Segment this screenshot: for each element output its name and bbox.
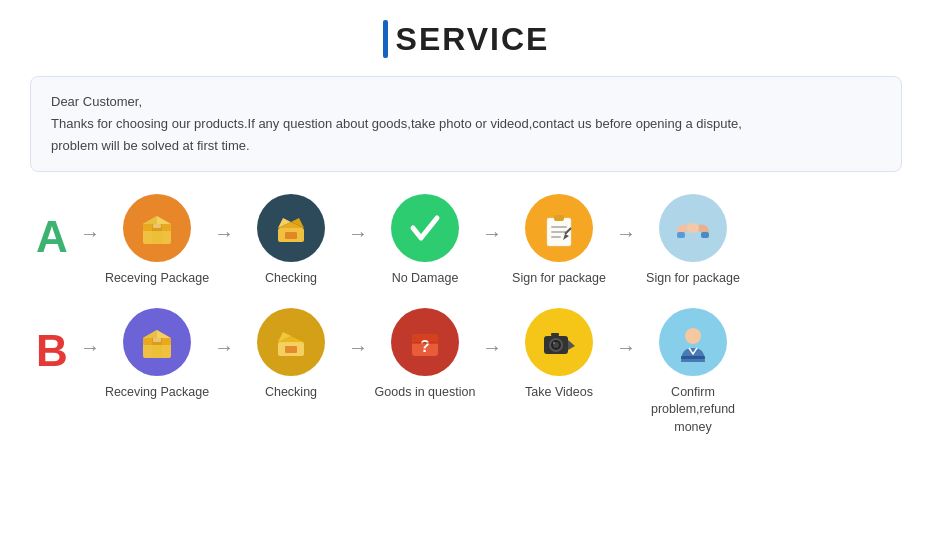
- svg-rect-14: [551, 226, 567, 228]
- notice-line1: Dear Customer,: [51, 91, 881, 113]
- svg-rect-44: [551, 333, 559, 336]
- step-b-2-label: Checking: [265, 384, 317, 402]
- package-icon: [135, 206, 179, 250]
- arrow-b-3: →: [480, 336, 504, 359]
- notice-line3: problem will be solved at first time.: [51, 135, 881, 157]
- page-title: SERVICE: [396, 21, 550, 58]
- arrow-a-4: →: [614, 222, 638, 245]
- svg-rect-15: [551, 231, 567, 233]
- step-a-5: Sign for package: [638, 194, 748, 288]
- package-purple-icon: [135, 320, 179, 364]
- step-a-1-label: Receving Package: [105, 270, 209, 288]
- step-b-5-label: Confirm problem,refund money: [638, 384, 748, 437]
- row-a-steps: Receving Package → Checking →: [102, 194, 902, 288]
- handshake-icon: [671, 206, 715, 250]
- svg-point-46: [685, 328, 701, 344]
- camera-icon: [537, 320, 581, 364]
- svg-rect-17: [554, 215, 564, 221]
- arrow-b-0: →: [78, 336, 102, 359]
- title-accent-bar: [383, 20, 388, 58]
- icon-a-2-circle: [257, 194, 325, 262]
- step-b-5: Confirm problem,refund money: [638, 308, 748, 437]
- step-a-1: Receving Package: [102, 194, 212, 288]
- arrow-a-0: →: [78, 222, 102, 245]
- arrow-b-1: →: [212, 336, 236, 359]
- icon-b-2-circle: [257, 308, 325, 376]
- notice-box: Dear Customer, Thanks for choosing our p…: [30, 76, 902, 172]
- step-a-2: Checking: [236, 194, 346, 288]
- row-b-steps: Receving Package → Checking →: [102, 308, 902, 437]
- clipboard-icon: [537, 206, 581, 250]
- svg-rect-29: [153, 338, 161, 342]
- svg-marker-5: [143, 216, 157, 224]
- icon-a-1-circle: [123, 194, 191, 262]
- step-a-4: Sign for package: [504, 194, 614, 288]
- step-a-3-label: No Damage: [392, 270, 459, 288]
- icon-b-5-circle: [659, 308, 727, 376]
- page-header: SERVICE: [383, 20, 550, 58]
- icon-b-3-circle: ?: [391, 308, 459, 376]
- svg-point-43: [553, 342, 555, 344]
- step-a-4-label: Sign for package: [512, 270, 606, 288]
- svg-rect-22: [701, 232, 709, 238]
- icon-b-1-circle: [123, 308, 191, 376]
- svg-rect-11: [285, 232, 297, 239]
- icon-b-4-circle: [525, 308, 593, 376]
- arrow-b-4: →: [614, 336, 638, 359]
- arrow-b-2: →: [346, 336, 370, 359]
- step-b-4: Take Videos: [504, 308, 614, 402]
- step-b-1-label: Receving Package: [105, 384, 209, 402]
- notice-line2: Thanks for choosing our products.If any …: [51, 113, 881, 135]
- svg-rect-16: [551, 236, 561, 238]
- flow-row-a: A → Receving Package →: [30, 194, 902, 288]
- step-b-1: Receving Package: [102, 308, 212, 402]
- icon-a-5-circle: [659, 194, 727, 262]
- question-box-icon: ?: [403, 320, 447, 364]
- arrow-a-1: →: [212, 222, 236, 245]
- svg-marker-45: [568, 340, 575, 350]
- svg-point-20: [687, 223, 699, 233]
- step-b-3: ? Goods in question: [370, 308, 480, 402]
- checkmark-icon: [403, 206, 447, 250]
- icon-a-3-circle: [391, 194, 459, 262]
- step-b-3-label: Goods in question: [375, 384, 476, 402]
- svg-rect-21: [677, 232, 685, 238]
- svg-text:?: ?: [420, 338, 430, 355]
- row-a-letter: A: [30, 212, 74, 262]
- step-b-2: Checking: [236, 308, 346, 402]
- flow-row-b: B → Receving Package →: [30, 308, 902, 437]
- svg-rect-47: [681, 356, 705, 359]
- svg-rect-6: [153, 224, 161, 228]
- svg-marker-28: [143, 330, 157, 338]
- step-b-4-label: Take Videos: [525, 384, 593, 402]
- step-a-2-label: Checking: [265, 270, 317, 288]
- arrow-a-3: →: [480, 222, 504, 245]
- open-box-gold-icon: [269, 320, 313, 364]
- step-a-3: No Damage: [370, 194, 480, 288]
- open-box-icon: [269, 206, 313, 250]
- step-a-5-label: Sign for package: [646, 270, 740, 288]
- icon-a-4-circle: [525, 194, 593, 262]
- agent-icon: [671, 320, 715, 364]
- row-b-letter: B: [30, 326, 74, 376]
- svg-rect-34: [285, 346, 297, 353]
- arrow-a-2: →: [346, 222, 370, 245]
